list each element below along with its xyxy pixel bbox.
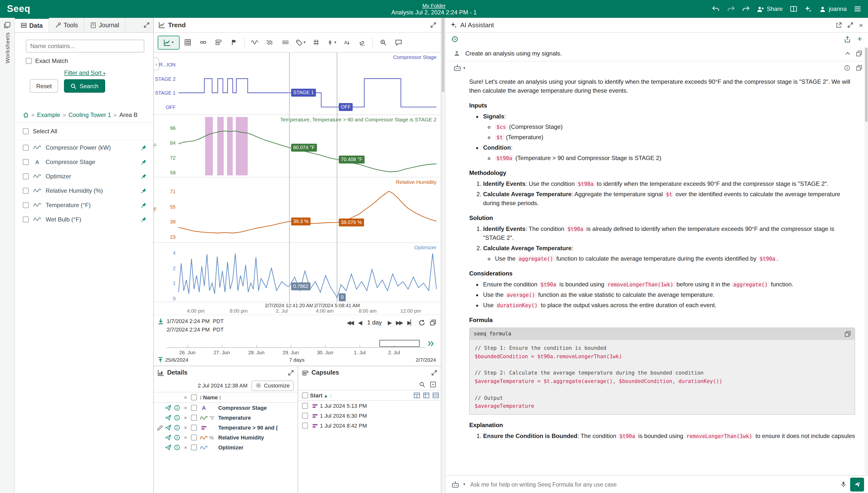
expand-trend-icon[interactable]	[430, 22, 436, 28]
info-icon[interactable]	[173, 434, 182, 441]
row-checkbox[interactable]	[191, 425, 197, 431]
pin-icon[interactable]	[139, 202, 148, 208]
capsule-checkbox[interactable]	[302, 413, 308, 419]
customize-button[interactable]: Customize	[251, 380, 294, 391]
timeline-selection[interactable]	[380, 340, 420, 347]
format-button[interactable]: A	[340, 36, 354, 49]
capsule-row[interactable]: 1 Jul 2024 6:30 PM	[298, 411, 441, 421]
pin-icon[interactable]	[139, 145, 148, 150]
chart-type-button[interactable]: ▾	[158, 36, 180, 49]
send-to-icon[interactable]	[164, 425, 173, 431]
labels-button[interactable]: ▾	[294, 36, 308, 49]
data-item[interactable]: Temperature (°F)	[15, 198, 153, 212]
tab-journal[interactable]: Journal	[85, 18, 126, 32]
ai-sparkle-icon[interactable]	[805, 5, 811, 13]
series-label[interactable]: Optimizer	[414, 244, 437, 250]
capsule-stats-icon[interactable]	[423, 392, 429, 399]
user-menu[interactable]: joanna	[819, 5, 847, 13]
row-checkbox[interactable]	[191, 405, 197, 411]
remove-all-icon[interactable]: ×	[182, 394, 189, 400]
pin-icon[interactable]	[139, 173, 148, 179]
sort-icon[interactable]: ▴▾	[219, 395, 221, 400]
ai-prompt-input[interactable]	[469, 481, 837, 488]
close-ai-icon[interactable]: ×	[859, 21, 863, 29]
sort-asc-icon[interactable]: ▴	[324, 392, 327, 399]
hamburger-menu-icon[interactable]	[854, 6, 861, 12]
tab-data[interactable]: Data	[15, 18, 49, 32]
filter-and-sort-link[interactable]: Filter and Sort ▾	[64, 69, 105, 76]
data-item[interactable]: Compressor Power (kW)	[15, 140, 153, 155]
stack-lanes-button[interactable]	[278, 36, 292, 49]
search-button[interactable]: Search	[64, 79, 105, 93]
expand-range-icon[interactable]	[158, 357, 163, 363]
send-button[interactable]	[850, 477, 864, 491]
gridlines-button[interactable]	[309, 36, 323, 49]
remove-formatting-button[interactable]	[355, 36, 369, 49]
send-to-icon[interactable]	[164, 415, 173, 421]
data-item[interactable]: Optimizer	[15, 169, 153, 183]
sort-icon[interactable]: ▴▾	[200, 395, 202, 400]
forward-icon[interactable]	[742, 6, 749, 12]
new-chat-icon[interactable]: +	[857, 36, 862, 42]
timeline-scrubber[interactable]: 26. Jun27. Jun28. Jun29. Jun30. Jun1. Ju…	[154, 338, 441, 366]
trend-chart[interactable]: TR...IONSTAGE 2STAGE 1OFFCompressor Stag…	[154, 52, 441, 302]
cursors-button[interactable]: ▾	[324, 36, 339, 49]
info-icon[interactable]	[173, 425, 182, 431]
capsule-checkbox[interactable]	[302, 423, 308, 429]
exact-match-checkbox[interactable]	[26, 58, 32, 64]
page-forward-icon[interactable]: ▶▶	[396, 319, 402, 326]
column-menu-icon[interactable]: ⋮	[328, 392, 334, 399]
comments-button[interactable]	[391, 36, 406, 49]
skip-to-now-icon[interactable]: ▶▏	[407, 319, 413, 326]
capsule-properties-icon[interactable]	[432, 392, 439, 399]
my-folder-link[interactable]: My Folder	[422, 2, 445, 8]
details-row[interactable]: × °F Temperature	[154, 413, 298, 423]
capsule-row[interactable]: 1 Jul 2024 5:13 PM	[298, 401, 441, 411]
capsule-time-button[interactable]	[211, 36, 226, 49]
export-chat-icon[interactable]	[844, 36, 850, 42]
pin-icon[interactable]	[139, 159, 148, 165]
scrollbar-gutter[interactable]	[441, 18, 445, 493]
select-all-checkbox[interactable]	[23, 128, 29, 134]
remove-icon[interactable]: ×	[182, 415, 189, 421]
remove-icon[interactable]: ×	[182, 405, 189, 411]
details-name-header[interactable]: Name	[203, 394, 218, 400]
auto-update-icon[interactable]	[419, 319, 425, 326]
capsule-search-icon[interactable]	[419, 382, 425, 387]
expand-capsules-icon[interactable]	[431, 370, 437, 375]
collapse-message-icon[interactable]	[845, 52, 850, 55]
step-forward-icon[interactable]: ▶	[388, 319, 391, 326]
message-info-icon[interactable]	[844, 65, 850, 71]
send-to-icon[interactable]	[164, 405, 173, 411]
info-icon[interactable]	[173, 415, 182, 421]
remove-icon[interactable]: ×	[182, 445, 189, 450]
data-item[interactable]: Relative Humidity (%)	[15, 183, 153, 198]
worksheets-strip[interactable]: Worksheets	[0, 18, 15, 493]
capsule-row[interactable]: 1 Jul 2024 8:42 PM	[298, 421, 441, 431]
copy-message-icon[interactable]	[856, 50, 862, 56]
breadcrumb-cooling-tower-1[interactable]: Cooling Tower 1	[68, 111, 111, 119]
chevron-down-icon[interactable]: ▾	[463, 482, 465, 487]
one-lane-button[interactable]	[247, 36, 262, 49]
info-icon[interactable]	[173, 405, 182, 411]
details-row[interactable]: × % Relative Humidity	[154, 432, 298, 443]
display-range-end[interactable]: 2/7/2024 2:24 PM	[167, 326, 210, 333]
samples-table-button[interactable]	[181, 36, 195, 49]
capsules-start-header[interactable]: Start	[310, 392, 322, 399]
expand-data-panel-icon[interactable]	[140, 18, 153, 32]
capsule-columns-icon[interactable]	[413, 392, 420, 399]
capsule-checkbox[interactable]	[302, 403, 308, 409]
zoom-button[interactable]	[376, 36, 390, 49]
item-checkbox[interactable]	[23, 159, 29, 165]
edit-pencil-icon[interactable]	[156, 425, 164, 430]
remove-icon[interactable]: ×	[182, 434, 189, 441]
data-item[interactable]: Wet Bulb (°F)	[15, 212, 153, 227]
collapse-rows-icon[interactable]	[430, 382, 436, 387]
share-button[interactable]: Share	[757, 5, 783, 13]
ai-scrollbar[interactable]	[865, 47, 868, 475]
details-select-all-checkbox[interactable]	[191, 394, 197, 400]
details-row[interactable]: × Optimizer	[154, 443, 298, 452]
link-button[interactable]	[196, 36, 210, 49]
info-icon[interactable]	[173, 445, 182, 450]
collapse-data-panel-handle[interactable]: ‹	[154, 58, 159, 70]
